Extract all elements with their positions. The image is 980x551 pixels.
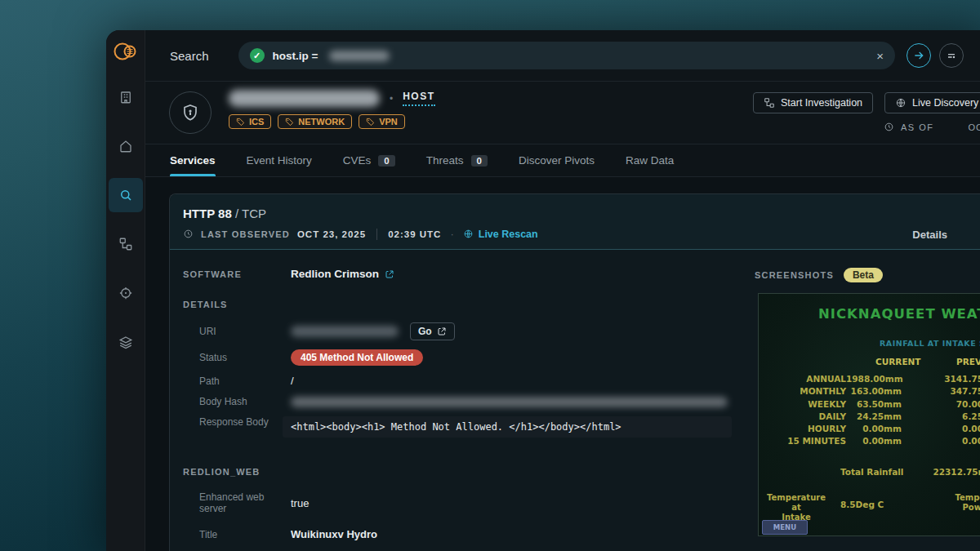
host-tags: ICS NETWORK <box>229 114 435 129</box>
sidebar-item-search[interactable] <box>109 178 143 212</box>
body-hash-row: Body Hash <box>183 396 751 407</box>
weather-intake-value: 8.5Deg C <box>840 500 884 509</box>
software-row: SOFTWARE Redlion Crimson <box>183 268 751 280</box>
observed-date: OCT 23, 2025 <box>297 229 366 239</box>
title-row: Title Wuikinuxv Hydro <box>183 528 751 540</box>
globe-icon <box>463 229 474 239</box>
enhanced-value: true <box>291 497 309 509</box>
enhanced-label: Enhanced web server <box>183 491 291 514</box>
tab-event-history[interactable]: Event History <box>247 144 312 176</box>
tab-cves[interactable]: CVEs 0 <box>343 144 395 176</box>
enhanced-web-server-row: Enhanced web server true <box>183 491 751 514</box>
tab-count-badge: 0 <box>471 155 488 167</box>
divider <box>376 229 377 240</box>
query-value-redacted <box>329 51 390 61</box>
tab-count-badge: 0 <box>378 155 394 167</box>
investigation-icon <box>764 97 775 109</box>
home-icon <box>118 139 133 153</box>
live-rescan-link[interactable]: Live Rescan <box>463 229 538 240</box>
brand-logo-icon[interactable] <box>112 41 140 62</box>
software-value: Redlion Crimson <box>291 268 379 280</box>
globe-icon <box>895 97 906 109</box>
as-of-row: AS OF OCT 23, 2025 <box>753 122 980 132</box>
as-of-value: OCT 23, 2025 <box>969 122 980 132</box>
tag-label: ICS <box>249 117 264 127</box>
service-screenshot-thumbnail[interactable]: NICKNAQUEET WEATHER RAINFALL AT INTAKE S… <box>758 293 980 536</box>
tab-services[interactable]: Services <box>170 144 216 176</box>
tab-label: Event History <box>247 154 312 167</box>
status-label: Status <box>183 352 291 363</box>
service-protocol: / TCP <box>235 207 266 220</box>
search-input[interactable]: ✓ host.ip = × <box>238 42 895 69</box>
status-row: Status 405 Method Not Allowed <box>183 349 751 366</box>
sidebar-item-hierarchy[interactable] <box>109 227 143 261</box>
sidebar-item-organization[interactable] <box>109 80 143 114</box>
tab-label: Threats <box>426 154 464 167</box>
search-icon <box>118 188 133 202</box>
beta-badge: Beta <box>844 268 883 282</box>
tag-label: NETWORK <box>298 117 345 127</box>
weather-total-label: Total Rainfall <box>840 467 903 477</box>
live-discovery-dropdown[interactable]: Live Discovery <box>884 92 980 113</box>
go-button[interactable]: Go <box>410 322 455 340</box>
main-area: Search ✓ host.ip = × <box>145 30 980 551</box>
weather-menu-button: MENU <box>762 520 808 535</box>
observed-time: 02:39 UTC <box>388 229 441 239</box>
weather-total-row: Total Rainfall 22312.75mm <box>840 467 980 477</box>
last-observed-label: LAST OBSERVED <box>201 229 290 239</box>
sidebar-item-home[interactable] <box>109 129 143 163</box>
tag-label: VPN <box>379 117 398 127</box>
path-label: Path <box>183 375 291 387</box>
weather-row: ANNUAL1988.00mm3141.75 <box>759 373 980 385</box>
tab-raw-data[interactable]: Raw Data <box>626 144 674 176</box>
tab-discover-pivots[interactable]: Discover Pivots <box>519 144 595 176</box>
hierarchy-icon <box>118 237 133 251</box>
tag-icon <box>236 118 245 127</box>
tag-ics[interactable]: ICS <box>229 114 271 129</box>
submit-search-button[interactable] <box>906 43 931 68</box>
separator-dot: · <box>450 228 453 240</box>
services-content: HTTP 88 / TCP LAST OBSERVED OCT 23, 2025 <box>145 177 980 551</box>
search-label: Search <box>170 49 209 63</box>
service-details-column: SOFTWARE Redlion Crimson <box>170 250 751 551</box>
host-ip-redacted <box>229 90 380 107</box>
sidebar-nav <box>109 80 143 359</box>
host-header: • HOST ICS <box>145 82 980 144</box>
body-hash-redacted <box>291 397 728 407</box>
path-value: / <box>291 375 294 387</box>
start-investigation-label: Start Investigation <box>781 97 862 109</box>
layers-icon <box>118 335 133 349</box>
weather-row: DAILY24.25mm6.25 <box>759 411 980 423</box>
service-card-body: SOFTWARE Redlion Crimson <box>170 250 980 551</box>
tab-label: Raw Data <box>626 154 674 167</box>
response-body-value: <html><body><h1> Method Not Allowed. </h… <box>283 416 732 438</box>
tag-icon <box>366 118 375 127</box>
tab-threats[interactable]: Threats 0 <box>426 144 488 176</box>
sidebar-item-target[interactable] <box>109 276 143 310</box>
tab-label: Discover Pivots <box>519 154 595 167</box>
sidebar-item-layers[interactable] <box>109 325 143 359</box>
host-tabs: Services Event History CVEs 0 Threats 0 … <box>145 144 980 177</box>
start-investigation-button[interactable]: Start Investigation <box>753 92 873 113</box>
service-name: HTTP 88 <box>183 207 232 220</box>
as-of-label: AS OF <box>901 122 934 132</box>
tab-details[interactable]: Details <box>912 229 947 241</box>
entity-type-label[interactable]: HOST <box>403 91 434 106</box>
host-identity: • HOST ICS <box>229 90 435 129</box>
search-settings-button[interactable] <box>939 43 964 68</box>
target-icon <box>118 286 133 300</box>
clock-icon <box>183 229 194 239</box>
weather-rainfall-table: ANNUAL1988.00mm3141.75 MONTHLY163.00mm34… <box>759 373 980 448</box>
weather-row: HOURLY0.00mm0.00 <box>759 423 980 435</box>
details-section-header: DETAILS <box>183 300 751 309</box>
screenshots-column: SCREENSHOTS Beta NICKNAQUEET WEATHER RAI… <box>751 250 980 551</box>
search-bar: Search ✓ host.ip = × <box>145 30 980 82</box>
external-link-icon <box>385 269 394 279</box>
software-link[interactable]: Redlion Crimson <box>291 268 394 280</box>
response-body-row: Response Body <html><body><h1> Method No… <box>183 416 751 438</box>
clear-query-icon[interactable]: × <box>876 49 884 63</box>
tag-network[interactable]: NETWORK <box>278 114 352 129</box>
app-window: Search ✓ host.ip = × <box>106 30 980 551</box>
tag-icon <box>285 118 294 127</box>
tag-vpn[interactable]: VPN <box>359 114 405 129</box>
